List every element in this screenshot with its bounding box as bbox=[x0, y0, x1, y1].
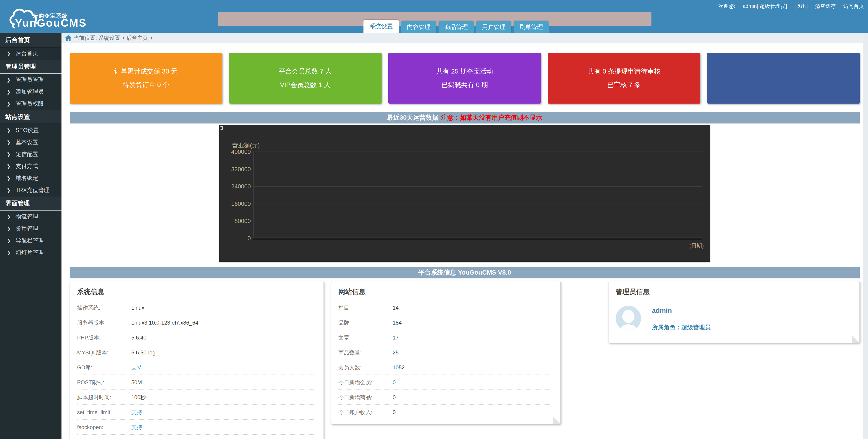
sidebar-section-site-settings: 站点设置 bbox=[0, 110, 61, 124]
sidebar-item-basic-settings[interactable]: ❯ 基本设置 bbox=[0, 136, 61, 148]
logo-title: YunGouCMS bbox=[15, 17, 87, 29]
sidebar-item-sms-config[interactable]: ❯ 短信配置 bbox=[0, 148, 61, 160]
info-value: 1052 bbox=[393, 364, 405, 371]
sidebar-item-label: SEO设置 bbox=[16, 126, 39, 134]
info-value: 100秒 bbox=[131, 394, 146, 401]
support-link[interactable]: 支持 bbox=[131, 409, 142, 416]
sidebar-item-label: 物流管理 bbox=[16, 213, 38, 220]
info-label: POST限制: bbox=[77, 379, 131, 386]
info-label: 文章: bbox=[338, 334, 393, 341]
info-label: fsockopen: bbox=[77, 424, 131, 431]
info-row: 脚本超时时间:100秒 bbox=[77, 390, 316, 405]
sidebar-item-label: 添加管理员 bbox=[16, 88, 44, 95]
y-tick: 400000 bbox=[219, 148, 710, 155]
panel-title: 系统信息 bbox=[77, 287, 316, 300]
info-value: 0 bbox=[393, 409, 396, 415]
panel-title: 网站信息 bbox=[338, 287, 553, 300]
stat-boxes: 订单累计成交额 30 元 待发货订单 0 个 平台会员总数 7 人 VIP会员总… bbox=[70, 53, 860, 104]
stat-line: 共有 0 条提现申请待审核 bbox=[587, 67, 660, 76]
sidebar-item-currency[interactable]: ❯ 货币管理 bbox=[0, 223, 61, 235]
chevron-right-icon: ❯ bbox=[7, 238, 11, 243]
y-tick: 240000 bbox=[219, 183, 710, 190]
chevron-right-icon: ❯ bbox=[7, 127, 11, 133]
system-info-panel: 系统信息 操作系统:Linux 服务器版本:Linux3.10.0-123.el… bbox=[70, 281, 324, 439]
sidebar-item-admin-management[interactable]: ❯ 管理员管理 bbox=[0, 74, 61, 86]
right-edge-strip bbox=[863, 33, 868, 439]
stat-line: 待发货订单 0 个 bbox=[123, 81, 169, 90]
sidebar-item-label: 管理员管理 bbox=[16, 76, 44, 84]
chevron-right-icon: ❯ bbox=[7, 89, 11, 94]
info-value: 184 bbox=[393, 320, 402, 326]
admin-username-link[interactable]: admin bbox=[652, 307, 711, 314]
sidebar-item-slideshow[interactable]: ❯ 幻灯片管理 bbox=[0, 246, 61, 259]
clear-cache-link[interactable]: 清空缓存 bbox=[815, 3, 836, 9]
support-link[interactable]: 支持 bbox=[131, 423, 142, 431]
x-axis-line bbox=[253, 237, 702, 240]
stat-line: 已审核 7 条 bbox=[607, 81, 641, 90]
info-row: fsockopen:支持 bbox=[77, 420, 316, 435]
info-row: 文章:17 bbox=[338, 330, 553, 345]
sidebar-item-trx-recharge[interactable]: ❯ TRX充值管理 bbox=[0, 184, 61, 196]
tab-content-management[interactable]: 内容管理 bbox=[401, 21, 436, 33]
support-link[interactable]: 支持 bbox=[131, 364, 142, 371]
sidebar: 后台首页 ❯ 后台首页 管理员管理 ❯ 管理员管理 ❯ 添加管理员 ❯ 管理员权… bbox=[0, 33, 61, 439]
info-label: 今日账户收入: bbox=[338, 409, 393, 416]
info-label: 品牌: bbox=[338, 319, 393, 326]
sidebar-section-admin-mgmt: 管理员管理 bbox=[0, 60, 61, 74]
chevron-right-icon: ❯ bbox=[7, 140, 11, 145]
system-section-bar: 平台系统信息 YouGouCMS V8.0 bbox=[70, 267, 860, 279]
panel-title: 管理员信息 bbox=[616, 287, 852, 300]
info-label: 商品数量: bbox=[338, 349, 393, 356]
info-row: 服务器版本:Linux3.10.0-123.el7.x86_64 bbox=[77, 315, 316, 330]
stat-line: 订单累计成交额 30 元 bbox=[114, 67, 178, 76]
sidebar-item-admin-permissions[interactable]: ❯ 管理员权限 bbox=[0, 98, 61, 110]
chevron-right-icon: ❯ bbox=[7, 250, 11, 255]
tab-system-settings[interactable]: 系统设置 bbox=[364, 20, 399, 33]
info-label: PHP版本: bbox=[77, 334, 131, 341]
breadcrumb: 当前位置: 系统设置 > 后台主页 > bbox=[61, 33, 868, 43]
info-label: 操作系统: bbox=[77, 304, 131, 312]
chevron-right-icon: ❯ bbox=[7, 214, 11, 220]
tab-order-brush-management[interactable]: 刷单管理 bbox=[514, 21, 549, 33]
revenue-chart: 3 营业额(元) 400000 320000 240000 160000 800… bbox=[219, 125, 710, 262]
sidebar-item-navbar[interactable]: ❯ 导航栏管理 bbox=[0, 235, 61, 246]
logo: 云购夺宝系统 YunGouCMS bbox=[6, 2, 132, 31]
sidebar-item-home[interactable]: ❯ 后台首页 bbox=[0, 47, 61, 59]
sidebar-item-seo-settings[interactable]: ❯ SEO设置 bbox=[0, 124, 61, 136]
info-row: GD库:支持 bbox=[77, 360, 316, 375]
tab-product-management[interactable]: 商品管理 bbox=[438, 21, 474, 33]
sidebar-item-payment-methods[interactable]: ❯ 支付方式 bbox=[0, 160, 61, 172]
sidebar-item-label: 幻灯片管理 bbox=[16, 249, 44, 256]
sidebar-item-label: 管理员权限 bbox=[16, 100, 44, 108]
breadcrumb-text: 当前位置: 系统设置 > 后台主页 > bbox=[74, 34, 153, 41]
logout-link[interactable]: [退出] bbox=[794, 3, 808, 9]
info-row: 今日新增商品:0 bbox=[338, 390, 553, 405]
info-value: Linux3.10.0-123.el7.x86_64 bbox=[131, 320, 198, 326]
admin-profile: admin 所属角色：超级管理员 bbox=[616, 300, 852, 338]
chevron-right-icon: ❯ bbox=[7, 101, 11, 107]
sidebar-item-label: 基本设置 bbox=[16, 139, 38, 146]
chevron-right-icon: ❯ bbox=[7, 164, 11, 169]
sidebar-section-home: 后台首页 bbox=[0, 33, 61, 47]
chevron-right-icon: ❯ bbox=[7, 226, 11, 231]
info-label: 栏目: bbox=[338, 304, 393, 312]
info-value: 5.6.50-log bbox=[131, 349, 156, 356]
info-label: 会员人数: bbox=[338, 364, 393, 371]
sidebar-item-label: 短信配置 bbox=[16, 150, 38, 158]
system-bar-text: 平台系统信息 YouGouCMS V8.0 bbox=[418, 268, 511, 277]
tab-user-management[interactable]: 用户管理 bbox=[476, 21, 511, 33]
sidebar-item-logistics[interactable]: ❯ 物流管理 bbox=[0, 211, 61, 223]
admin-info-panel: 管理员信息 admin 所属角色：超级管理员 bbox=[608, 281, 860, 343]
info-label: 今日新增会员: bbox=[338, 379, 393, 386]
info-row: PHP版本:5.6.40 bbox=[77, 330, 316, 345]
info-label: 脚本超时时间: bbox=[77, 394, 131, 401]
sidebar-item-label: 域名绑定 bbox=[16, 174, 38, 182]
y-tick: 160000 bbox=[219, 200, 710, 207]
stat-line: VIP会员总数 1 人 bbox=[280, 81, 331, 90]
visit-site-link[interactable]: 访问首页 bbox=[843, 3, 864, 9]
main-content: 当前位置: 系统设置 > 后台主页 > 订单累计成交额 30 元 待发货订单 0… bbox=[61, 33, 868, 439]
sidebar-item-add-admin[interactable]: ❯ 添加管理员 bbox=[0, 86, 61, 98]
main-tabs: 系统设置 内容管理 商品管理 用户管理 刷单管理 bbox=[364, 20, 551, 33]
sidebar-section-ui-mgmt: 界面管理 bbox=[0, 197, 61, 211]
sidebar-item-domain-binding[interactable]: ❯ 域名绑定 bbox=[0, 172, 61, 184]
